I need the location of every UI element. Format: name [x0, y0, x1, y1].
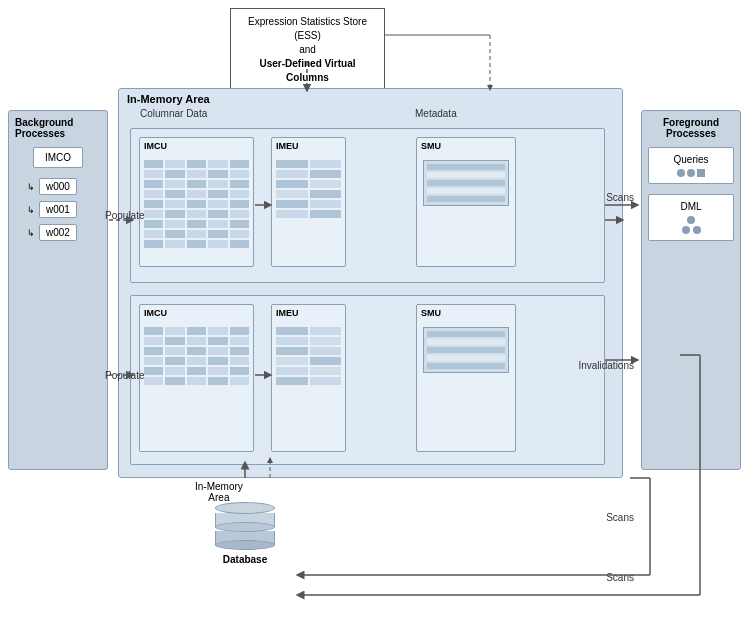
imcu1-cell [144, 190, 163, 198]
imcu1-cell [165, 220, 184, 228]
imcu1-cell [208, 170, 227, 178]
background-processes-panel: BackgroundProcesses IMCO ↳ w000 ↳ w001 ↳… [8, 110, 108, 470]
smu2-label: SMU [417, 305, 515, 321]
imcu1-cell [187, 210, 206, 218]
imeu2-grid [272, 323, 345, 389]
worker-arrow-0: ↳ [27, 182, 35, 192]
imcu1-cell [165, 160, 184, 168]
imcu1-cell [144, 200, 163, 208]
worker-box-0: w000 [39, 178, 77, 195]
imcu1-cell [230, 210, 249, 218]
imco-box: IMCO [33, 147, 83, 168]
dml-icon-top [687, 216, 695, 224]
imcu1-cell [230, 170, 249, 178]
queries-label: Queries [653, 154, 729, 165]
metadata-label: Metadata [415, 108, 457, 119]
imcu1-cell [208, 240, 227, 248]
imcu1-col2 [165, 160, 184, 248]
inmemory-title: In-Memory Area [119, 89, 622, 109]
imcu1-cell [165, 200, 184, 208]
fg-processes-title: ForegroundProcesses [648, 117, 734, 139]
smu1-table [423, 160, 509, 206]
imco-label: IMCO [45, 152, 71, 163]
database-area: Database [215, 502, 275, 565]
imcu1-cell [230, 180, 249, 188]
foreground-processes-panel: ForegroundProcesses Queries DML [641, 110, 741, 470]
imcu1-cell [230, 230, 249, 238]
imcu1-cell [187, 180, 206, 188]
smu1-box: SMU [416, 137, 516, 267]
diagram-container: Expression Statistics Store (ESS) and Us… [0, 0, 749, 633]
database-label: Database [215, 554, 275, 565]
imcu1-cell [165, 190, 184, 198]
imcu1-cell [230, 160, 249, 168]
imcu1-cell [230, 200, 249, 208]
imcu1-cell [208, 160, 227, 168]
scans-label-2: Scans [606, 512, 634, 523]
dml-circle-br [693, 226, 701, 234]
imcu1-cell [144, 210, 163, 218]
row-group-1: IMCU [130, 128, 605, 283]
imcu1-cell [144, 180, 163, 188]
imcu1-cell [165, 240, 184, 248]
dml-circle-bl [682, 226, 690, 234]
worker-item-0: ↳ w000 [27, 178, 101, 195]
worker-box-2: w002 [39, 224, 77, 241]
worker-item-2: ↳ w002 [27, 224, 101, 241]
square-icon-1 [697, 169, 705, 177]
queries-icon [653, 169, 729, 177]
dml-box: DML [648, 194, 734, 241]
imeu1-box: IMEU [271, 137, 346, 267]
imcu1-col1 [144, 160, 163, 248]
imcu1-cell [230, 220, 249, 228]
imcu1-cell [208, 230, 227, 238]
imcu1-cell [144, 170, 163, 178]
imcu1-cell [187, 160, 206, 168]
imcu2-grid [140, 323, 253, 389]
queries-box: Queries [648, 147, 734, 184]
in-memory-area-bottom-label: In-MemoryArea [195, 481, 243, 503]
dml-icon [653, 216, 729, 234]
imcu1-cell [187, 230, 206, 238]
imcu1-cell [187, 190, 206, 198]
db-ellipse-bot [215, 540, 275, 550]
imcu1-cell [144, 160, 163, 168]
imcu1-cell [208, 220, 227, 228]
dml-circle-top [687, 216, 695, 224]
database-cylinder [215, 502, 275, 550]
imcu1-label: IMCU [140, 138, 253, 154]
imcu1-grid [140, 156, 253, 252]
imcu1-cell [165, 210, 184, 218]
imcu1-cell [187, 240, 206, 248]
scans-label-3: Scans [606, 572, 634, 583]
imeu2-box: IMEU [271, 304, 346, 452]
imeu1-label: IMEU [272, 138, 345, 154]
worker-list: ↳ w000 ↳ w001 ↳ w002 [27, 178, 101, 241]
ess-title: Expression Statistics Store (ESS) [248, 16, 367, 41]
populate-label-1: Populate [105, 210, 144, 221]
imcu1-col3 [187, 160, 206, 248]
scans-label-1: Scans [606, 192, 634, 203]
columnar-data-label: Columnar Data [140, 108, 207, 119]
imeu1-grid [272, 156, 345, 222]
populate-label-2: Populate [105, 370, 144, 381]
smu1-label: SMU [417, 138, 515, 154]
ess-and: and [299, 44, 316, 55]
imcu2-label: IMCU [140, 305, 253, 321]
imcu1-cell [230, 190, 249, 198]
db-ellipse-mid1 [215, 522, 275, 532]
imcu1-cell [187, 220, 206, 228]
dml-label: DML [653, 201, 729, 212]
imcu1-col5 [230, 160, 249, 248]
smu2-box: SMU [416, 304, 516, 452]
imcu1-cell [230, 240, 249, 248]
worker-item-1: ↳ w001 [27, 201, 101, 218]
circle-icon-1 [677, 169, 685, 177]
worker-arrow-2: ↳ [27, 228, 35, 238]
ess-udvc: User-Defined Virtual Columns [260, 58, 356, 83]
imcu1-cell [208, 190, 227, 198]
db-ellipse-top [215, 502, 275, 514]
dml-icon-bottom [682, 226, 701, 234]
imcu1-cell [165, 170, 184, 178]
imcu1-cell [144, 220, 163, 228]
